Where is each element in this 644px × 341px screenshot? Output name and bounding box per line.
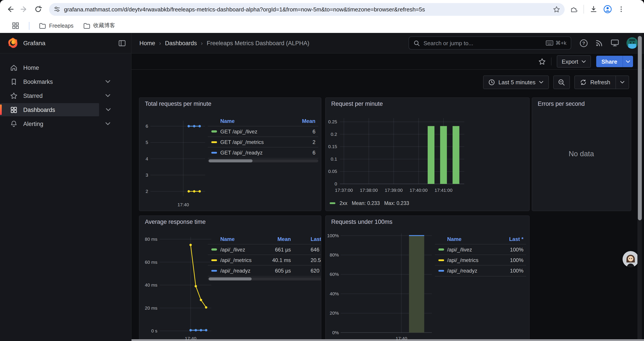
- breadcrumb-separator: ›: [201, 40, 203, 46]
- share-split-button: Share: [596, 56, 633, 67]
- legend-col-mean[interactable]: Mean: [263, 236, 294, 242]
- user-avatar[interactable]: [626, 37, 638, 49]
- forward-icon[interactable]: [20, 5, 28, 13]
- legend-col-name[interactable]: Name: [220, 118, 292, 124]
- bookmark-label: Freeleaps: [49, 23, 74, 29]
- breadcrumb-home[interactable]: Home: [140, 40, 155, 46]
- panel-title[interactable]: Requests under 100ms: [331, 219, 392, 225]
- panel-request-per-minute[interactable]: Request per minute 00.050.10.150.20.2517…: [325, 97, 529, 211]
- legend-row[interactable]: /api/_/metrics 40.1 ms 20.5 ms: [208, 254, 321, 265]
- keyboard-icon: [546, 40, 553, 46]
- legend-row[interactable]: GET /api/_/readyz 6: [208, 147, 318, 158]
- monitor-kiosk-icon[interactable]: [611, 39, 619, 47]
- sidebar-item-dashboards[interactable]: Dashboards: [0, 103, 99, 116]
- favorite-star-icon[interactable]: [538, 58, 546, 65]
- panel-title[interactable]: Total requests per minute: [145, 101, 211, 107]
- legend-col-last[interactable]: Last *: [499, 236, 526, 242]
- sidebar-item-label: Starred: [23, 92, 105, 99]
- chevron-down-icon[interactable]: [106, 108, 111, 112]
- url-text[interactable]: grafana.mathmast.com/d/deytv4rwavabkb/fr…: [64, 6, 553, 13]
- apps-grid-icon[interactable]: [12, 22, 19, 30]
- refresh-label: Refresh: [590, 79, 610, 86]
- bookmark-folder-freeleaps[interactable]: Freeleaps: [39, 23, 74, 29]
- floating-assistant-avatar[interactable]: [622, 251, 639, 267]
- chrome-divider: [584, 5, 584, 14]
- share-menu-button[interactable]: [622, 56, 633, 67]
- chevron-down-icon: [581, 60, 586, 63]
- series-pill: [211, 141, 217, 143]
- menu-kebab-icon[interactable]: [618, 6, 625, 13]
- panel-total-requests[interactable]: Total requests per minute 2345617:40 Nam…: [139, 97, 321, 211]
- chevron-down-icon[interactable]: [105, 122, 110, 126]
- svg-text:0%: 0%: [332, 330, 339, 335]
- profile-icon[interactable]: [603, 5, 612, 14]
- bookmark-star-icon[interactable]: [553, 6, 560, 13]
- chevron-down-icon[interactable]: [105, 94, 110, 97]
- svg-text:4: 4: [145, 156, 148, 161]
- panel-title[interactable]: Average response time: [145, 219, 206, 225]
- svg-text:80 ms: 80 ms: [145, 237, 157, 242]
- legend-col-mean[interactable]: Mean: [292, 118, 318, 124]
- panel-errors-per-second[interactable]: Errors per second No data: [532, 97, 631, 211]
- breadcrumb-separator: ›: [159, 40, 161, 46]
- panel-requests-under-100ms[interactable]: Requests under 100ms 0%20%40%60%80%100%1…: [325, 215, 529, 341]
- dashboard-canvas: Last 5 minutes Refresh: [132, 70, 644, 341]
- app-body: Home Bookmarks Starred Dashboards: [0, 54, 644, 341]
- legend-row[interactable]: /api/_/livez 100%: [435, 244, 526, 254]
- bookmark-folder-blogs[interactable]: 收藏博客: [83, 22, 115, 30]
- legend-row[interactable]: /api/_/readyz 100%: [435, 265, 526, 276]
- extensions-icon[interactable]: [570, 5, 578, 13]
- svg-text:17:40:00: 17:40:00: [410, 188, 428, 193]
- legend-table: Name Mean GET /api/_/livez 6 GET /api/_/…: [208, 116, 318, 162]
- sidebar-item-home[interactable]: Home: [0, 61, 131, 74]
- sidebar-item-bookmarks[interactable]: Bookmarks: [0, 75, 131, 88]
- collapse-sidebar-icon[interactable]: [118, 39, 126, 47]
- site-settings-icon[interactable]: [54, 6, 60, 13]
- address-bar[interactable]: grafana.mathmast.com/d/deytv4rwavabkb/fr…: [49, 3, 565, 16]
- export-button[interactable]: Export: [557, 55, 591, 68]
- svg-text:20%: 20%: [330, 310, 339, 315]
- panel-avg-response-time[interactable]: Average response time 0 s20 ms40 ms60 ms…: [139, 215, 321, 341]
- svg-text:17:38:00: 17:38:00: [360, 188, 378, 193]
- svg-text:20 ms: 20 ms: [145, 305, 157, 310]
- back-icon[interactable]: [6, 5, 14, 13]
- scrollbar-thumb[interactable]: [638, 36, 642, 220]
- legend-scrollbar[interactable]: [208, 159, 318, 162]
- panel-title[interactable]: Errors per second: [538, 101, 585, 107]
- legend-scrollbar[interactable]: [208, 277, 321, 280]
- brand-name: Grafana: [23, 40, 118, 47]
- panel-title[interactable]: Request per minute: [331, 101, 383, 107]
- search-icon: [414, 40, 420, 46]
- series-legend[interactable]: 2xx Mean: 0.233 Max: 0.233: [330, 201, 409, 206]
- sidebar-item-starred[interactable]: Starred: [0, 89, 131, 102]
- grafana-logo-icon[interactable]: [7, 37, 18, 49]
- sidebar-item-alerting[interactable]: Alerting: [0, 117, 131, 130]
- dashboards-grid-icon: [10, 106, 18, 113]
- legend-col-last[interactable]: Last *: [310, 236, 321, 242]
- legend-row[interactable]: /api/_/readyz 605 µs 620 µs: [208, 265, 321, 276]
- bookmarks-divider: [29, 22, 29, 30]
- news-rss-icon[interactable]: [595, 39, 603, 47]
- chrome-actions: [570, 5, 625, 14]
- time-range-picker[interactable]: Last 5 minutes: [483, 76, 549, 89]
- svg-text:17:40: 17:40: [184, 336, 196, 341]
- download-icon[interactable]: [590, 5, 598, 13]
- help-icon[interactable]: ?: [580, 39, 588, 47]
- svg-text:6: 6: [145, 124, 148, 129]
- legend-row[interactable]: /api/_/livez 661 µs 646 µs: [208, 244, 321, 254]
- refresh-button[interactable]: Refresh: [575, 76, 616, 89]
- refresh-interval-button[interactable]: [616, 76, 629, 89]
- page-scrollbar[interactable]: [638, 33, 642, 341]
- legend-row[interactable]: GET /api/_/livez 6: [208, 126, 318, 137]
- legend-row[interactable]: /api/_/metrics 100%: [435, 254, 526, 265]
- refresh-split-button: Refresh: [574, 76, 629, 89]
- share-button[interactable]: Share: [596, 56, 622, 67]
- legend-row[interactable]: GET /api/_/metrics 2: [208, 137, 318, 147]
- legend-col-name[interactable]: Name: [447, 236, 499, 242]
- chevron-down-icon[interactable]: [105, 80, 110, 83]
- zoom-out-button[interactable]: [554, 76, 570, 89]
- search-input[interactable]: Search or jump to... ⌘+k: [408, 37, 571, 50]
- breadcrumb-dashboards[interactable]: Dashboards: [165, 40, 197, 46]
- reload-icon[interactable]: [34, 5, 42, 13]
- legend-col-name[interactable]: Name: [220, 236, 263, 242]
